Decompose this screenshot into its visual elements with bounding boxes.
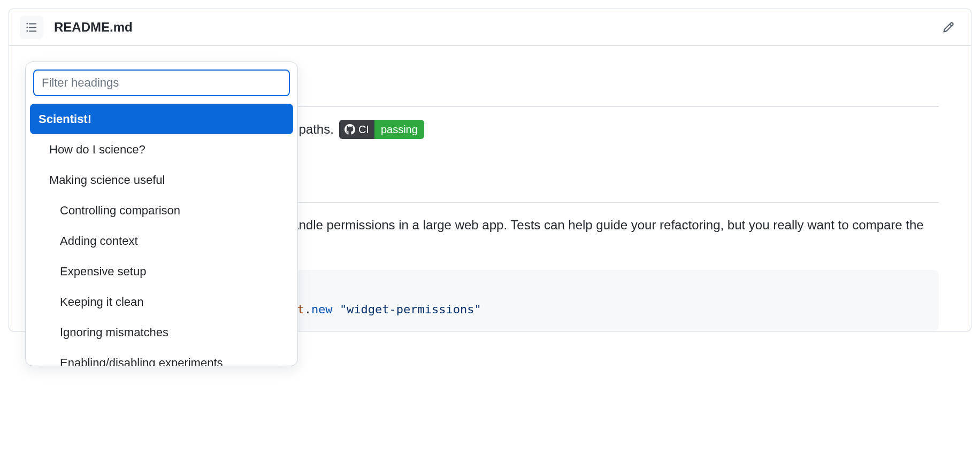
filter-wrap: [26, 62, 297, 104]
outline-item[interactable]: Adding context: [30, 226, 293, 256]
outline-item[interactable]: Keeping it clean: [30, 287, 293, 317]
badge-left: CI: [339, 120, 374, 139]
pencil-icon: [943, 21, 954, 33]
code-string: "widget-permissions": [340, 303, 481, 316]
heading-list[interactable]: Scientist!How do I science?Making scienc…: [26, 104, 297, 366]
filter-headings-input[interactable]: [33, 70, 290, 96]
outline-item[interactable]: Enabling/disabling experiments: [30, 348, 293, 366]
readme-box: README.md Scientist! A Ruby library for …: [9, 9, 971, 331]
outline-item[interactable]: Expensive setup: [30, 256, 293, 287]
ci-badge[interactable]: CI passing: [339, 120, 424, 139]
list-icon: [26, 21, 37, 33]
code-call: new: [311, 303, 333, 316]
outline-item[interactable]: Making science useful: [30, 165, 293, 195]
outline-item[interactable]: How do I science?: [30, 134, 293, 165]
outline-item[interactable]: Ignoring mismatches: [30, 317, 293, 348]
file-title: README.md: [54, 18, 133, 37]
badge-right: passing: [374, 120, 424, 139]
badge-left-text: CI: [358, 121, 369, 137]
file-header: README.md: [9, 9, 971, 45]
outline-toggle-button[interactable]: [20, 16, 43, 39]
outline-item[interactable]: Scientist!: [30, 104, 293, 134]
edit-button[interactable]: [937, 16, 960, 39]
code-t: [333, 303, 340, 316]
code-t: .: [304, 303, 311, 316]
outline-item[interactable]: Controlling comparison: [30, 195, 293, 226]
outline-popover: Scientist!How do I science?Making scienc…: [25, 61, 298, 366]
github-mark-icon: [344, 124, 355, 135]
